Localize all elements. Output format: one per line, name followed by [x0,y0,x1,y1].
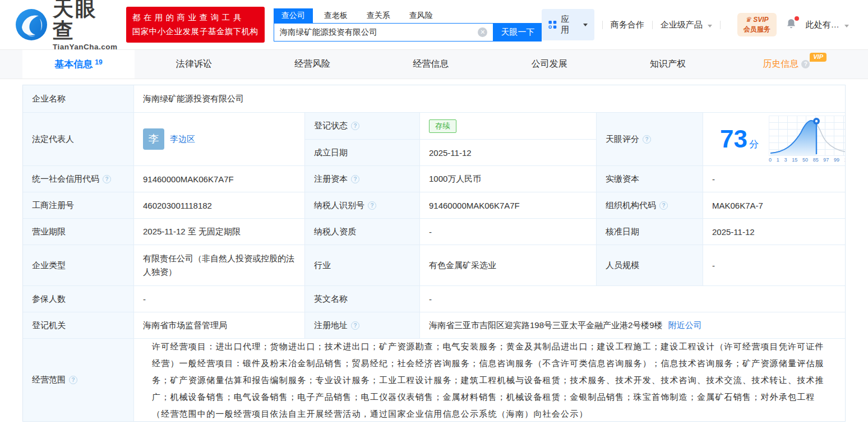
svip-membership-badge[interactable]: ♛ SVIP 会员服务 [737,13,777,37]
help-icon[interactable]: ? [368,201,376,210]
crown-icon: ♛ [745,16,753,24]
tab-history-info-label: 历史信息 [763,58,798,70]
help-icon[interactable]: ? [801,60,810,68]
svip-label: SVIP [753,16,768,24]
svip-service-label: 会员服务 [744,25,770,34]
slogan-line1: 都在用的商业查询工具 [132,11,258,25]
label-registration-number: 工商注册号 [23,192,134,219]
search-tabs: 查公司 查老板 查关系 查风险 [274,8,542,23]
label-paid-capital: 实缴资本 [597,166,703,192]
company-tabbar: 基本信息 19 法律诉讼 经营风险 经营信息 公司发展 知识产权 历史信息 ? … [0,49,868,79]
tab-intellectual-property[interactable]: 知识产权 [608,50,727,79]
notification-bell-icon[interactable] [786,18,797,31]
tab-business-info[interactable]: 经营信息 [372,50,490,79]
value-business-scope: 许可经营项目：进出口代理；货物进出口；技术进出口；矿产资源勘查；电气安装服务；黄… [134,339,845,421]
search-tab-company[interactable]: 查公司 [274,8,313,23]
user-account-label: 此处有… [806,20,839,29]
clear-search-icon[interactable]: ✕ [478,27,487,37]
label-establish-date: 成立日期 [305,140,420,166]
search-tab-relation[interactable]: 查关系 [359,8,398,23]
value-business-term: 2025-11-12 至 无固定期限 [134,219,305,245]
value-credit-code: 91460000MAK06K7A7F [134,166,305,192]
top-header: 天眼查 TianYanCha.com 都在用的商业查询工具 国家中小企业发展子基… [0,0,868,49]
search-tab-boss[interactable]: 查老板 [316,8,355,23]
value-registration-status: 存续 [420,113,597,140]
nav-divider [602,21,603,29]
tianyancha-logo[interactable]: 天眼查 TianYanCha.com [15,0,119,51]
score-axis-tick: 15 [792,157,797,163]
label-taxpayer-quality: 纳税人资质 [305,219,420,245]
label-tianyan-score: 天眼评分 ? [597,113,703,166]
brand-slogan: 都在用的商业查询工具 国家中小企业发展子基金旗下机构 [126,7,265,43]
help-icon[interactable]: ? [643,135,651,144]
score-axis-tick: 0 [769,157,772,163]
score-axis-tick: 50 [802,157,808,163]
label-industry: 行业 [305,245,420,286]
help-icon[interactable]: ? [69,376,77,384]
notification-dot [795,16,799,21]
search-tab-risk[interactable]: 查风险 [401,8,441,23]
nearby-companies-link[interactable]: 附近公司 [668,320,702,331]
score-axis-tick: 100 [844,157,845,163]
label-taxpayer-id: 纳税人识别号 ? [305,192,420,219]
label-english-name: 英文名称 [305,286,420,312]
value-company-name: 海南绿矿能源投资有限公司 [134,85,845,113]
help-icon[interactable]: ? [659,201,668,210]
score-distribution-chart: 0131550859799100 [769,116,845,163]
score-axis-tick: 85 [813,157,819,163]
chevron-down-icon [844,25,849,27]
help-icon[interactable]: ? [103,175,111,183]
value-industry: 有色金属矿采选业 [420,245,597,286]
label-approval-date: 核准日期 [597,219,703,245]
value-approval-date: 2025-11-12 [703,219,845,245]
label-credit-code: 统一社会信用代码 ? [23,166,134,192]
nav-enterprise-products[interactable]: 企业级产品 [661,20,712,30]
help-icon[interactable]: ? [351,175,359,183]
basic-info-table: 企业名称 海南绿矿能源投资有限公司 法定代表人 李 李边区 登记状态 ? 存续 … [22,85,846,422]
legal-rep-avatar[interactable]: 李 [143,128,164,150]
basic-info-section: 企业名称 海南绿矿能源投资有限公司 法定代表人 李 李边区 登记状态 ? 存续 … [22,85,846,422]
brand-name: 天眼查 [53,0,119,42]
search-button[interactable]: 天眼一下 [493,23,542,42]
tab-legal-litigation[interactable]: 法律诉讼 [135,50,253,79]
help-icon[interactable]: ? [351,321,359,330]
help-icon[interactable]: ? [351,122,359,130]
value-taxpayer-quality: - [420,219,597,245]
label-business-scope: 经营范围 ? [23,339,134,421]
value-org-code: MAK06K7A-7 [703,192,845,219]
search-input[interactable] [280,27,478,36]
value-establish-date: 2025-11-12 [420,140,597,166]
search-input-box: ✕ [274,23,494,42]
value-insured-count: - [134,286,305,312]
nav-divider [720,21,721,29]
score-axis-tick: 99 [834,157,839,163]
vip-badge: VIP [810,53,827,62]
search-area: 查公司 查老板 查关系 查风险 ✕ 天眼一下 [274,8,542,42]
tab-basic-info-label: 基本信息 [54,58,93,71]
score-axis-tick: 1 [777,157,779,163]
value-staff-size: - [703,245,845,286]
user-account-menu[interactable]: 此处有… [806,20,849,30]
tab-operation-risk[interactable]: 经营风险 [253,50,371,79]
tab-history-info[interactable]: 历史信息 ? VIP [727,50,846,79]
label-insured-count: 参保人数 [23,286,134,312]
legal-rep-link[interactable]: 李边区 [170,134,195,145]
tab-basic-info[interactable]: 基本信息 19 [22,50,135,79]
tab-company-development[interactable]: 公司发展 [490,50,608,79]
nav-cooperation[interactable]: 商务合作 [611,20,644,30]
label-business-term: 营业期限 [23,219,134,245]
status-badge: 存续 [429,119,456,133]
apps-grid-icon [548,20,557,29]
score-curve [769,116,845,155]
value-paid-capital: - [703,166,845,192]
value-company-type: 有限责任公司（非自然人投资或控股的法人独资） [134,245,305,286]
nav-divider [652,21,653,29]
tab-basic-info-count: 19 [95,58,102,66]
score-axis-labels: 0131550859799100 [769,157,845,163]
apps-menu-button[interactable]: 应用 [542,9,594,40]
value-legal-representative: 李 李边区 [134,113,305,166]
value-english-name: - [420,286,845,312]
value-taxpayer-id: 91460000MAK06K7A7F [420,192,597,219]
value-tianyan-score: 73分 [703,113,845,166]
label-registered-address: 注册地址 ? [305,312,420,339]
